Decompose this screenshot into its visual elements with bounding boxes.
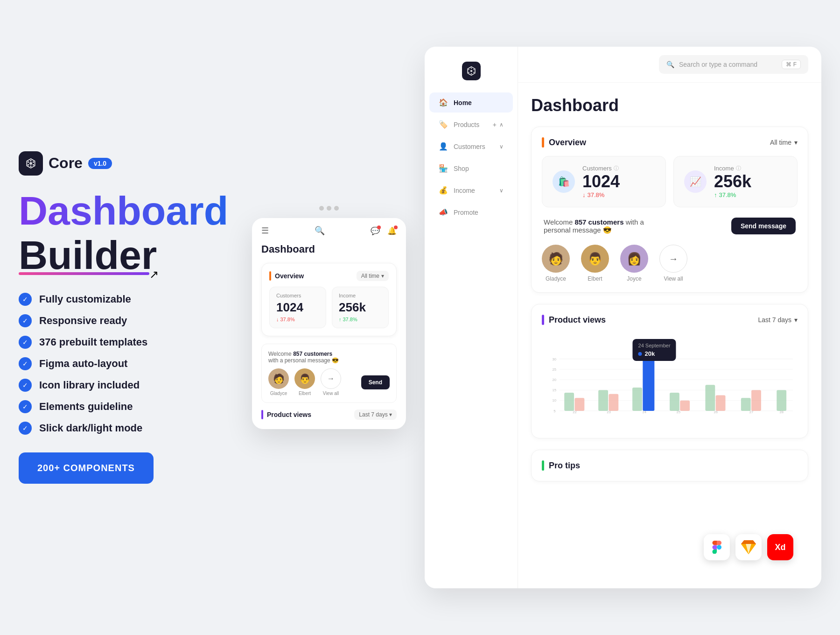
mobile-product-views-label: Product views <box>267 411 311 418</box>
svg-text:23: 23 <box>607 410 610 414</box>
sidebar-item-customers[interactable]: 👤 Customers ∨ <box>429 136 513 156</box>
bell-icon[interactable]: 🔔 <box>387 226 397 235</box>
overview-section-header: Overview All time ▾ <box>542 137 798 148</box>
products-icon: 🏷️ <box>439 120 448 129</box>
desktop-stats-row: 🛍️ Customers ⓘ 1024 ↓ 37.8% <box>542 156 798 207</box>
view-all-button[interactable]: → <box>659 245 687 273</box>
svg-rect-41 <box>741 398 751 411</box>
mobile-send-button[interactable]: Send <box>361 375 390 389</box>
mobile-avatar-elbert: 👨 <box>294 368 315 389</box>
dot <box>319 206 324 211</box>
mobile-preview-panel: ☰ 🔍 💬 🔔 Dashboard Overview <box>252 206 406 429</box>
chat-icon[interactable]: 💬 <box>371 226 380 235</box>
product-views-section: Product views Last 7 days ▾ 5 <box>531 304 808 438</box>
svg-rect-44 <box>777 390 786 410</box>
svg-text:25: 25 <box>553 367 556 372</box>
search-bar[interactable]: 🔍 Search or type a command ⌘ F <box>659 55 808 74</box>
avatar-gladyce: 🧑 Gladyce <box>542 245 570 282</box>
income-stat-icon: 📈 <box>684 170 707 193</box>
income-stat-value: 256k <box>714 172 787 191</box>
desktop-preview: 🏠 Home 🏷️ Products + ∧ � <box>425 47 821 588</box>
sketch-icon <box>735 534 762 560</box>
figma-icon <box>704 534 730 560</box>
promote-icon: 📣 <box>439 208 448 217</box>
svg-point-2 <box>30 165 32 167</box>
chevron-up-icon: ∧ <box>499 121 504 128</box>
overview-title-row: Overview <box>269 271 304 281</box>
view-all-label: View all <box>664 275 683 282</box>
avatar-circle-gladyce: 🧑 <box>542 245 570 273</box>
tools-floating: Xd <box>704 534 793 560</box>
product-views-title: Product views <box>549 315 606 325</box>
mobile-view-all-button[interactable]: → <box>321 368 341 389</box>
overview-section: Overview All time ▾ 🛍️ <box>531 127 808 293</box>
sidebar-item-promote[interactable]: 📣 Promote <box>429 202 513 222</box>
alltime-dropdown[interactable]: All time ▾ <box>357 271 389 281</box>
mobile-days-dropdown[interactable]: Last 7 days ▾ <box>354 409 397 420</box>
avatar-circle-joyce: 👩 <box>620 245 648 273</box>
mobile-avatar-name: Gladyce <box>270 391 287 396</box>
feature-item: ✓ Slick dark/light mode <box>19 422 233 435</box>
sidebar-logo <box>425 56 518 92</box>
feature-text: Figma auto-layout <box>39 358 127 370</box>
check-icon: ✓ <box>19 336 32 349</box>
shop-icon: 🏪 <box>439 164 448 173</box>
check-icon: ✓ <box>19 293 32 306</box>
feature-item: ✓ Responsive ready <box>19 314 233 327</box>
sidebar-label-income: Income <box>454 187 475 194</box>
svg-point-5 <box>28 164 29 165</box>
days-dropdown[interactable]: Last 7 days ▾ <box>758 316 798 324</box>
feature-text: Icon library included <box>39 379 140 391</box>
income-icon: 💰 <box>439 186 448 195</box>
avatar-elbert: 👨 Elbert <box>581 245 609 282</box>
mobile-search-icon[interactable]: 🔍 <box>315 226 325 236</box>
mobile-welcome-actions: 🧑 Gladyce 👨 Elbert → View all <box>268 368 390 396</box>
mobile-notif-icons: 💬 🔔 <box>371 226 397 235</box>
sidebar-item-shop[interactable]: 🏪 Shop <box>429 158 513 178</box>
feature-item: ✓ Figma auto-layout <box>19 357 233 370</box>
income-value: 256k <box>339 300 382 315</box>
svg-text:25: 25 <box>677 410 680 414</box>
hero-line2: Builder <box>19 233 233 277</box>
customers-value: 1024 <box>276 300 319 315</box>
income-stat-label: Income ⓘ <box>714 165 787 172</box>
sidebar: 🏠 Home 🏷️ Products + ∧ � <box>425 47 518 588</box>
sidebar-item-products[interactable]: 🏷️ Products + ∧ <box>429 114 513 134</box>
mobile-avatar-item: 🧑 Gladyce <box>268 368 289 396</box>
svg-text:27: 27 <box>749 410 753 414</box>
welcome-section: Welcome 857 customers with apersonal mes… <box>542 218 798 234</box>
down-arrow-icon: ↓ <box>276 317 279 322</box>
mobile-overview-card: Overview All time ▾ Customers 1024 ↓ <box>261 263 397 336</box>
avatar-circle-elbert: 👨 <box>581 245 609 273</box>
customers-stat-value: 1024 <box>582 172 655 191</box>
brand-name: Core <box>49 155 83 172</box>
brand-row: Core v1.0 <box>19 151 233 176</box>
svg-text:24: 24 <box>643 410 647 414</box>
svg-rect-29 <box>598 390 608 410</box>
green-accent <box>542 460 544 471</box>
mobile-product-views-header: Product views Last 7 days ▾ <box>261 409 397 420</box>
svg-rect-42 <box>751 390 761 410</box>
sidebar-item-home[interactable]: 🏠 Home <box>429 92 513 113</box>
check-icon: ✓ <box>19 314 32 327</box>
cursor-icon: ↗ <box>149 268 159 281</box>
chart-tooltip: 24 September 20k <box>633 339 676 361</box>
top-bar: 🔍 Search or type a command ⌘ F <box>518 47 821 83</box>
alltime-dropdown[interactable]: All time ▾ <box>770 139 798 146</box>
cta-button[interactable]: 200+ COMPONENTS <box>19 452 154 484</box>
sidebar-item-income[interactable]: 💰 Income ∨ <box>429 180 513 200</box>
feature-item: ✓ Fully customizable <box>19 293 233 306</box>
hamburger-icon[interactable]: ☰ <box>261 226 269 236</box>
up-arrow-icon: ↑ <box>339 317 342 322</box>
search-shortcut: ⌘ F <box>782 60 801 69</box>
features-list: ✓ Fully customizable ✓ Responsive ready … <box>19 293 233 435</box>
mobile-stats-row: Customers 1024 ↓ 37.8% Income 256k ↑ <box>269 287 389 328</box>
svg-point-13 <box>473 72 474 73</box>
customers-stat-icon: 🛍️ <box>553 170 575 193</box>
send-message-button[interactable]: Send message <box>731 218 796 234</box>
mobile-overview-header: Overview All time ▾ <box>269 271 389 281</box>
avatar-name-gladyce: Gladyce <box>546 275 566 282</box>
check-icon: ✓ <box>19 357 32 370</box>
feature-item: ✓ Icon library included <box>19 379 233 392</box>
sidebar-logo-icon <box>462 62 481 80</box>
